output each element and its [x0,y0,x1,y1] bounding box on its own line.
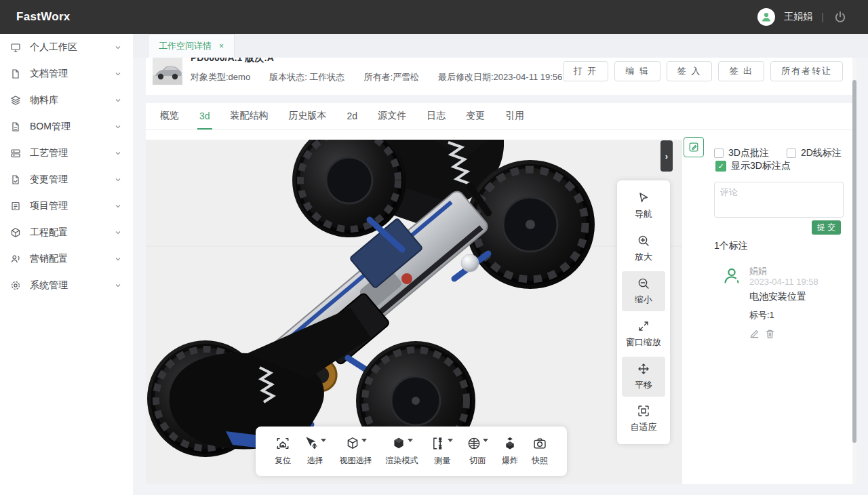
object-title-clipped: PD0000/A.1 版次:A [191,58,562,65]
open-button[interactable]: 打 开 [563,61,609,81]
annotation-author-avatar [722,266,742,286]
render-cube-icon [391,436,406,451]
checkin-button[interactable]: 签 入 [667,61,713,81]
gear-icon [9,279,21,291]
close-icon[interactable]: × [219,41,224,51]
cursor-icon [637,191,650,205]
chevron-down-icon [114,229,122,237]
tab-source-files[interactable]: 源文件 [376,103,408,130]
annotate-edit-button[interactable] [684,137,704,157]
tab-changes[interactable]: 变更 [464,103,487,130]
reset-view-tool[interactable]: 复位 [275,436,291,467]
power-logout-icon[interactable] [833,9,848,24]
sidebar-item-personal-workspace[interactable]: 个人工作区 [0,34,133,60]
workspace-tabstrip: 工作空间详情 × [133,34,868,58]
sidebar-item-engineering-config[interactable]: 工程配置 [0,219,133,245]
dropdown-caret-icon [448,439,453,442]
chevron-down-icon [114,43,122,52]
tab-logs[interactable]: 日志 [425,103,448,130]
chevron-down-icon [114,176,122,184]
panel-collapse-handle[interactable]: › [660,140,673,172]
sidebar-item-document-mgmt[interactable]: 文档管理 [0,60,133,87]
process-cards-icon [9,147,21,159]
chevron-down-icon [114,281,122,290]
sidebar-item-process-mgmt[interactable]: 工艺管理 [0,140,133,166]
sidebar-item-bom-mgmt[interactable]: BOM管理 [0,113,133,140]
comment-input[interactable] [714,182,844,218]
snapshot-tool[interactable]: 快照 [532,436,548,467]
tab-3d[interactable]: 3d [197,103,212,130]
sidebar-item-material-library[interactable]: 物料库 [0,87,133,113]
sidebar-item-change-mgmt[interactable]: 变更管理 [0,166,133,193]
tab-assembly-structure[interactable]: 装配结构 [229,103,271,130]
checkbox-show-3d-points[interactable]: ✓ [715,161,726,172]
checkout-button[interactable]: 签 出 [718,61,764,81]
zoom-in-tool[interactable]: 放大 [622,229,665,269]
section-tool[interactable]: 切面 [467,436,488,467]
project-list-icon [9,200,21,212]
avatar[interactable] [757,8,775,26]
change-file-icon [9,174,21,185]
checkbox-show-3d-points-label[interactable]: 显示3D标注点 [731,160,791,172]
owner-transfer-button[interactable]: 所有者转让 [770,61,843,81]
user-name[interactable]: 王娟娟 [784,11,812,23]
checkbox-3d-point[interactable] [714,148,724,158]
scrollbar-thumb[interactable] [852,80,856,443]
sidebar-item-system-mgmt[interactable]: 系统管理 [0,272,133,298]
view-cube-icon [345,436,360,451]
checkbox-2d-line-label[interactable]: 2D线标注 [801,147,842,159]
pan-tool[interactable]: 平移 [622,357,665,397]
section-sphere-icon [467,436,481,451]
render-mode-tool[interactable]: 渲染模式 [386,436,418,467]
checkbox-2d-line[interactable] [787,148,796,158]
chevron-down-icon [114,255,122,263]
object-info-header: PD0000/A.1 版次:A 对象类型:demo 版本状态: 工作状态 所有者… [146,58,852,95]
sidebar-item-marketing-config[interactable]: 营销配置 [0,245,133,272]
navigate-tool[interactable]: 导航 [622,186,665,226]
explode-cube-icon [502,436,517,451]
edit-button[interactable]: 编 辑 [614,61,660,81]
fit-view-tool[interactable]: 自适应 [622,399,665,439]
submit-button[interactable]: 提 交 [812,220,841,235]
viewer-section: › 导航 放大 缩小 窗口缩放 平移 [146,130,852,484]
window-zoom-tool[interactable]: 窗口缩放 [622,314,665,354]
annotation-tag: 标号:1 [749,309,774,321]
camera-icon [532,436,547,451]
meta-owner: 所有者:严雪松 [363,71,419,83]
annotation-delete-icon[interactable] [765,329,775,342]
measure-icon [431,436,446,451]
annotation-panel: 3D点批注 2D线标注 ✓ 显示3D标注点 提 交 1个标注 娟娟 2023-0… [682,130,852,484]
annotation-text: 电池安装位置 [749,291,806,303]
annotation-edit-icon[interactable] [749,329,760,342]
window-zoom-icon [637,319,650,333]
checkbox-3d-point-label[interactable]: 3D点批注 [728,147,769,159]
tab-2d[interactable]: 2d [345,103,360,130]
tab-label: 工作空间详情 [159,40,212,52]
object-actions: 打 开 编 辑 签 入 签 出 所有者转让 [563,61,844,81]
annotation-point-marker[interactable] [461,254,479,272]
sidebar-item-project-mgmt[interactable]: 项目管理 [0,193,133,219]
chevron-down-icon [114,123,122,131]
zoom-out-tool[interactable]: 缩小 [622,271,665,311]
tab-workspace-detail[interactable]: 工作空间详情 × [148,34,235,58]
meta-object-type: 对象类型:demo [191,71,250,83]
chevron-down-icon [114,202,122,210]
select-cursor-icon [304,436,319,451]
select-tool[interactable]: 选择 [304,436,326,467]
annotation-count: 1个标注 [714,240,748,252]
document-icon [9,68,21,79]
object-thumbnail[interactable] [153,58,182,85]
tab-overview[interactable]: 概览 [158,103,181,130]
view-select-tool[interactable]: 视图选择 [340,436,372,467]
user-voice-icon [9,253,21,264]
tab-history-versions[interactable]: 历史版本 [287,103,329,130]
viewer-canvas-3d[interactable]: › 导航 放大 缩小 窗口缩放 平移 [146,140,682,484]
tab-references[interactable]: 引用 [503,103,526,130]
show-3d-points-row: ✓ 显示3D标注点 [715,160,791,172]
chevron-down-icon [114,70,122,78]
explode-tool[interactable]: 爆炸 [502,436,518,467]
measure-tool[interactable]: 测量 [431,436,453,467]
app-logo: FastWorx [16,10,71,24]
meta-version-state: 版本状态: 工作状态 [269,71,344,83]
monitor-icon [9,41,21,53]
